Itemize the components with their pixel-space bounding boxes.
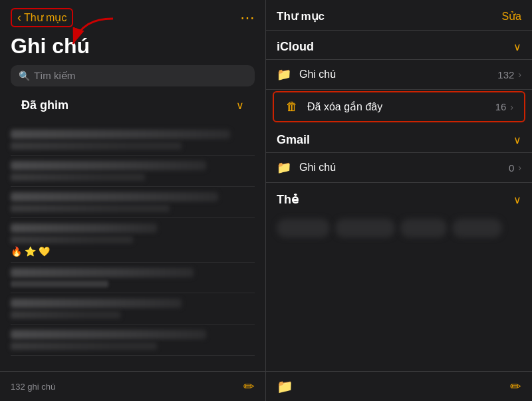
back-button[interactable]: ‹ Thư mục bbox=[11, 8, 73, 27]
search-icon: 🔍 bbox=[19, 70, 30, 81]
note-count-label: 132 ghi chú bbox=[11, 382, 55, 392]
tags-section-header: Thẻ ∨ bbox=[266, 183, 532, 212]
list-item[interactable] bbox=[11, 325, 255, 356]
back-chevron-icon: ‹ bbox=[17, 11, 21, 25]
tags-chevron-icon[interactable]: ∨ bbox=[513, 194, 521, 206]
trash-icon: 🗑 bbox=[285, 100, 299, 114]
list-item[interactable] bbox=[11, 187, 255, 218]
left-footer: 132 ghi chú ✏ bbox=[0, 371, 265, 401]
tags-section: Thẻ ∨ bbox=[266, 183, 532, 244]
list-item[interactable] bbox=[11, 124, 255, 156]
chevron-right-icon: › bbox=[518, 162, 521, 173]
gmail-notes-count: 0 bbox=[509, 162, 514, 174]
emoji-icon: 🔥 bbox=[11, 246, 22, 257]
deleted-folder[interactable]: 🗑 Đã xóa gần đây 16 › bbox=[273, 91, 525, 122]
icloud-section: iCloud ∨ 📁 Ghi chú 132 › 🗑 Đã xóa gần đâ… bbox=[266, 31, 532, 122]
gmail-notes-label: Ghi chú bbox=[299, 162, 509, 174]
emoji-icon: 💛 bbox=[39, 246, 50, 257]
gmail-chevron-icon[interactable]: ∨ bbox=[513, 134, 521, 146]
list-item[interactable] bbox=[11, 293, 255, 325]
icloud-section-header: iCloud ∨ bbox=[266, 31, 532, 59]
tags-title: Thẻ bbox=[277, 192, 299, 207]
left-header: ‹ Thư mục ⋯ Ghi chú 🔍 Tìm kiếm Đã ghim ∨ bbox=[0, 0, 265, 124]
gmail-notes-folder[interactable]: 📁 Ghi chú 0 › bbox=[266, 152, 532, 183]
chevron-right-icon: › bbox=[518, 69, 521, 80]
chevron-right-icon: › bbox=[510, 102, 513, 112]
icloud-notes-label: Ghi chú bbox=[299, 68, 497, 80]
icloud-notes-count: 132 bbox=[497, 69, 514, 80]
compose-icon[interactable]: ✏ bbox=[510, 378, 521, 394]
folder-icon: 📁 bbox=[277, 67, 291, 82]
right-panel-title: Thư mục bbox=[277, 9, 325, 23]
more-button[interactable]: ⋯ bbox=[240, 9, 255, 27]
icloud-title: iCloud bbox=[277, 40, 314, 54]
list-item[interactable] bbox=[11, 263, 255, 293]
tag-item[interactable] bbox=[335, 219, 395, 237]
folder-icon: 📁 bbox=[277, 160, 291, 175]
page-title: Ghi chú bbox=[11, 34, 255, 59]
gmail-section: Gmail ∨ 📁 Ghi chú 0 › bbox=[266, 124, 532, 183]
right-panel: Thư mục Sửa iCloud ∨ 📁 Ghi chú 132 › 🗑 Đ… bbox=[266, 0, 532, 401]
edit-button[interactable]: Sửa bbox=[501, 10, 521, 23]
deleted-count: 16 bbox=[495, 101, 507, 112]
icloud-chevron-icon[interactable]: ∨ bbox=[513, 41, 521, 53]
right-content: iCloud ∨ 📁 Ghi chú 132 › 🗑 Đã xóa gần đâ… bbox=[266, 31, 532, 371]
right-header: Thư mục Sửa bbox=[266, 0, 532, 31]
left-panel: ‹ Thư mục ⋯ Ghi chú 🔍 Tìm kiếm Đã ghim ∨ bbox=[0, 0, 266, 401]
deleted-label: Đã xóa gần đây bbox=[307, 100, 495, 113]
add-folder-icon[interactable]: 📁 bbox=[277, 378, 293, 394]
emoji-icon: ⭐ bbox=[25, 246, 36, 257]
search-bar[interactable]: 🔍 Tìm kiếm bbox=[11, 65, 255, 86]
notes-list: 🔥 ⭐ 💛 bbox=[0, 124, 265, 371]
tag-item[interactable] bbox=[452, 219, 502, 237]
pinned-title: Đã ghim bbox=[21, 98, 68, 112]
compose-icon[interactable]: ✏ bbox=[243, 378, 255, 394]
list-item[interactable] bbox=[11, 156, 255, 187]
tags-area bbox=[266, 212, 532, 244]
back-label: Thư mục bbox=[24, 11, 66, 24]
search-placeholder: Tìm kiếm bbox=[34, 70, 75, 82]
icloud-notes-folder[interactable]: 📁 Ghi chú 132 › bbox=[266, 59, 532, 90]
pinned-section-header: Đã ghim ∨ bbox=[11, 94, 255, 116]
tag-item[interactable] bbox=[277, 219, 330, 237]
right-footer: 📁 ✏ bbox=[266, 371, 532, 401]
gmail-section-header: Gmail ∨ bbox=[266, 124, 532, 152]
tag-item[interactable] bbox=[400, 219, 447, 237]
list-item[interactable]: 🔥 ⭐ 💛 bbox=[11, 218, 255, 263]
gmail-title: Gmail bbox=[277, 133, 310, 147]
pinned-chevron-icon[interactable]: ∨ bbox=[236, 99, 244, 112]
